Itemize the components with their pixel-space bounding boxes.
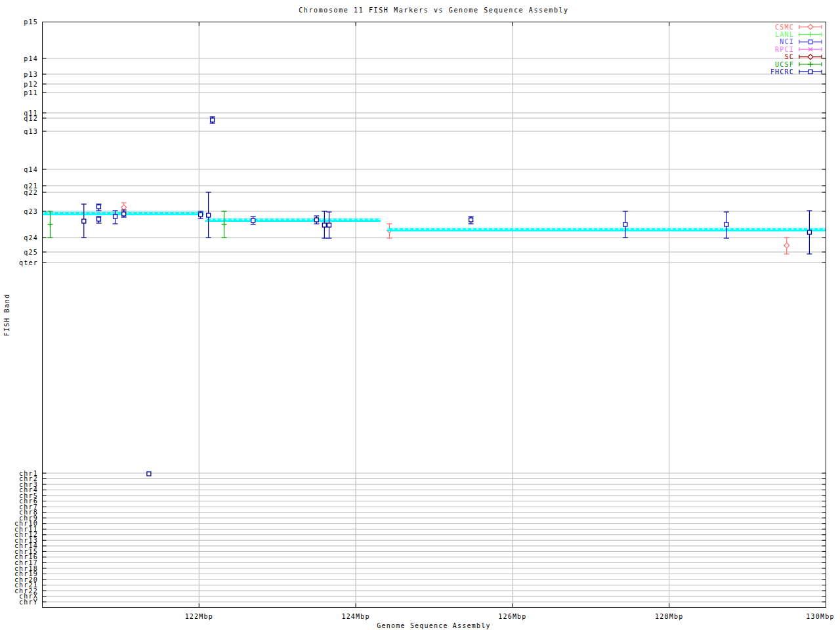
- y-tick-label: qter: [19, 259, 38, 266]
- marker-square: [469, 218, 473, 222]
- marker-square: [807, 230, 811, 234]
- legend-label-sc: SC: [785, 53, 794, 60]
- y-tick-label: p11: [24, 89, 38, 96]
- x-axis-title: Genome Sequence Assembly: [377, 622, 490, 629]
- y-tick-label: q25: [24, 249, 38, 256]
- y-tick-label: q12: [24, 115, 38, 122]
- marker-square: [96, 217, 100, 221]
- marker-square: [211, 118, 215, 122]
- marker-square: [147, 472, 151, 476]
- assembly-band-layer: [43, 212, 826, 232]
- x-tick-label: 126Mbp: [498, 613, 526, 620]
- x-tick-label: 124Mbp: [341, 613, 369, 620]
- marker-square: [314, 218, 318, 222]
- marker-square: [199, 213, 203, 217]
- y-tick-label: chrY: [19, 598, 38, 606]
- marker-square: [114, 215, 117, 219]
- legend-label-csmc: CSMC: [775, 24, 794, 31]
- marker-square: [82, 219, 86, 223]
- marker-square: [808, 40, 812, 44]
- x-tick-label: 122Mbp: [185, 613, 213, 620]
- marker-diamond: [784, 243, 789, 248]
- y-tick-label: q14: [24, 166, 38, 173]
- chart-title: Chromosome 11 FISH Markers vs Genome Seq…: [299, 7, 569, 14]
- marker-square: [122, 212, 126, 216]
- y-tick-label: q13: [24, 128, 38, 135]
- y-tick-label: q24: [24, 234, 38, 242]
- marker-square: [808, 70, 812, 74]
- points-layer: [47, 117, 812, 476]
- legend-layer: CSMCLANLNCIRPCISCUCSFFHCRC: [770, 24, 822, 75]
- y-tick-label: q23: [24, 208, 38, 215]
- legend-label-fhcrc: FHCRC: [770, 68, 794, 75]
- y-tick-label: p12: [24, 81, 38, 88]
- x-tick-label: 128Mbp: [655, 613, 683, 620]
- marker-diamond: [121, 205, 127, 210]
- marker-square: [322, 223, 326, 227]
- y-tick-label: p15: [24, 18, 38, 26]
- legend-label-rpci: RPCI: [775, 46, 794, 53]
- fish-marker-chart: p15p14p13p12p11q11q12q13q14q21q22q23q24q…: [0, 0, 840, 630]
- legend-label-lanl: LANL: [775, 31, 794, 38]
- marker-square: [724, 222, 728, 226]
- legend-label-nci: NCI: [780, 38, 794, 45]
- grid-layer: [43, 22, 826, 608]
- x-tick-label: 130Mbp: [806, 613, 834, 620]
- y-axis-title: FISH Band: [3, 294, 10, 337]
- marker-square: [251, 219, 255, 222]
- chart-page: p15p14p13p12p11q11q12q13q14q21q22q23q24q…: [0, 0, 840, 630]
- marker-diamond: [808, 24, 813, 30]
- marker-square: [623, 222, 627, 226]
- y-tick-label: p13: [24, 71, 38, 78]
- marker-square: [327, 223, 331, 227]
- axis-layer: p15p14p13p12p11q11q12q13q14q21q22q23q24q…: [14, 18, 835, 620]
- y-tick-label: p14: [24, 55, 38, 62]
- legend-label-ucsf: UCSF: [775, 61, 794, 68]
- plot-frame: [43, 22, 826, 608]
- marker-square: [207, 213, 211, 217]
- y-tick-label: q22: [24, 189, 38, 196]
- marker-square: [96, 205, 100, 209]
